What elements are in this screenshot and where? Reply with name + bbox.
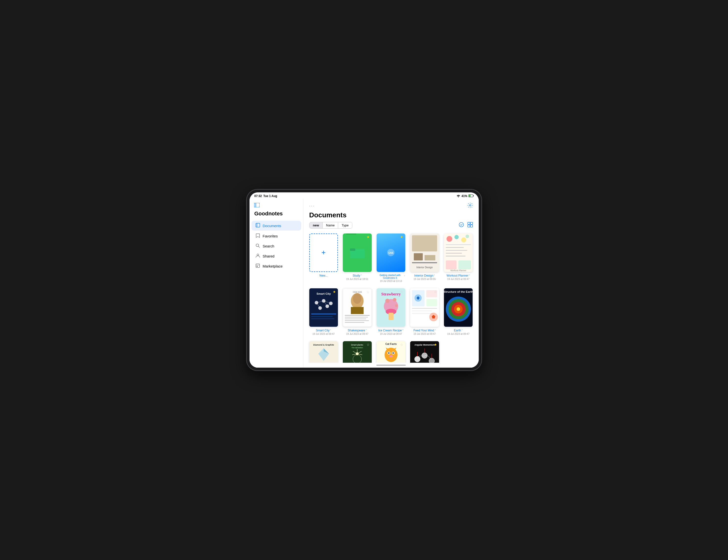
feed-your-mind-chevron: ˅ [435, 329, 436, 332]
svg-rect-42 [458, 261, 471, 270]
svg-point-48 [329, 301, 333, 305]
svg-text:Workout Planner: Workout Planner [450, 269, 466, 272]
smart-city-item[interactable]: ★ Smart City [309, 288, 338, 335]
feed-your-mind-label: Feed Your Mind [414, 329, 434, 332]
sidebar-item-shared[interactable]: Shared [251, 252, 301, 261]
sort-name-button[interactable]: Name [323, 222, 338, 228]
select-button[interactable] [459, 222, 464, 229]
sort-right-icons [459, 222, 473, 229]
study-date: 19 Jul 2023 at 18:51 [346, 278, 369, 280]
study-folder-thumbnail: ★ [343, 234, 372, 272]
sidebar-top [250, 203, 303, 208]
svg-rect-63 [351, 307, 364, 314]
svg-rect-27 [414, 253, 423, 261]
svg-rect-37 [446, 247, 464, 248]
feed-your-mind-date: 19 Jul 2023 at 09:47 [414, 332, 436, 335]
diamond-graphite-thumbnail: Diamond & Graphite atoms [309, 341, 338, 363]
svg-point-133 [422, 353, 427, 358]
goodnotes-item[interactable]: ★ GN6 Getting started with Goodnotes 6 [377, 234, 406, 282]
cat-fun-facts-star: ☆ [400, 343, 403, 346]
interior-chevron: ˅ [434, 275, 435, 277]
angular-momentum-item[interactable]: ★ Angular Momentum [410, 341, 439, 363]
home-bar [376, 365, 406, 366]
svg-point-33 [454, 235, 459, 240]
study-star: ★ [367, 235, 370, 239]
svg-rect-82 [412, 308, 437, 308]
dandelion-star: ☆ [367, 343, 370, 346]
svg-rect-19 [468, 225, 470, 227]
earth-chevron: ˅ [462, 329, 463, 332]
goodnotes-chevron: ˅ [404, 276, 405, 278]
svg-rect-83 [412, 310, 432, 311]
ice-cream-recipe-item[interactable]: ☆ Strawberry [377, 288, 406, 335]
sidebar-item-search[interactable]: Search [251, 241, 301, 251]
svg-rect-67 [345, 320, 369, 321]
sidebar-item-marketplace[interactable]: Marketplace [251, 262, 301, 271]
search-icon [255, 244, 260, 249]
sort-date-button[interactable]: new [310, 222, 323, 228]
earth-label: Earth [454, 329, 461, 332]
diamond-graphite-item[interactable]: Diamond & Graphite atoms [309, 341, 338, 363]
app-title: Goodnotes [250, 211, 303, 221]
angular-momentum-star: ★ [434, 343, 437, 346]
interior-design-thumbnail: Interior Design [410, 234, 439, 272]
status-right: 41% [456, 194, 474, 198]
svg-rect-1 [469, 195, 471, 197]
home-indicator [303, 363, 479, 368]
svg-text:Angular Momentum: Angular Momentum [415, 343, 435, 346]
svg-point-62 [353, 293, 362, 304]
interior-design-label: Interior Design [414, 274, 433, 277]
svg-point-16 [459, 223, 464, 227]
svg-point-34 [461, 238, 466, 243]
ice-cream-chevron: ˅ [402, 329, 404, 332]
study-folder-item[interactable]: ★ Study ˅ 19 Jul 2023 at 18:51 [343, 234, 372, 282]
svg-rect-26 [412, 235, 437, 252]
svg-point-32 [446, 236, 452, 242]
svg-rect-4 [254, 203, 256, 207]
marketplace-icon [255, 264, 260, 269]
svg-point-134 [429, 358, 435, 363]
shakespeare-date: 19 Jul 2023 at 09:47 [346, 332, 369, 335]
sidebar-toggle-button[interactable] [253, 203, 260, 208]
svg-point-121 [388, 352, 390, 354]
svg-rect-39 [446, 253, 462, 254]
document-grid: + New... [303, 232, 479, 363]
sort-bar: new Name Type [303, 222, 479, 232]
interior-design-item[interactable]: Interior Design Interior Design ˅ 19 Jul… [410, 234, 439, 282]
sidebar-item-documents[interactable]: Documents [251, 221, 301, 231]
new-document-item[interactable]: + New... [309, 234, 338, 282]
smart-city-thumbnail: ★ Smart City [309, 288, 338, 327]
date: Tue 1 Aug [263, 194, 277, 198]
ice-cream-recipe-date: 19 Jul 2023 at 09:47 [380, 332, 402, 335]
svg-rect-38 [446, 250, 467, 251]
battery-icon [468, 194, 474, 198]
status-left: 07:32 Tue 1 Aug [254, 194, 277, 198]
shared-label: Shared [263, 254, 274, 258]
grid-view-button[interactable] [467, 222, 473, 229]
svg-rect-36 [446, 244, 471, 245]
svg-text:Interior Design: Interior Design [417, 266, 433, 269]
earth-item[interactable]: Structure of the Earth Earth [444, 288, 473, 335]
shared-icon [255, 254, 260, 259]
svg-point-122 [392, 352, 394, 354]
sort-type-button[interactable]: Type [338, 222, 352, 228]
earth-thumbnail: Structure of the Earth [444, 288, 473, 327]
svg-point-15 [469, 205, 471, 206]
feed-your-mind-item[interactable]: ☆ [410, 288, 439, 335]
device-screen: 07:32 Tue 1 Aug 41% [250, 192, 479, 368]
header-right [467, 203, 473, 209]
cat-fun-facts-item[interactable]: ☆ Cat Facts [377, 341, 406, 363]
shakespeare-item[interactable]: ☆ 1564-1616 [343, 288, 372, 335]
battery-percent: 41% [461, 194, 467, 198]
svg-rect-28 [425, 255, 435, 261]
svg-rect-20 [470, 225, 473, 227]
workout-planner-item[interactable]: Workout Planner Workout Planner ˅ 19 Jul… [444, 234, 473, 282]
dandelion-seeds-item[interactable]: ☆ Smart plants: The dandelion [343, 341, 372, 363]
sidebar-item-favorites[interactable]: Favorites [251, 231, 301, 241]
settings-icon[interactable] [467, 203, 473, 209]
svg-point-74 [385, 298, 390, 303]
svg-point-118 [384, 347, 397, 362]
smart-city-star: ★ [333, 290, 336, 294]
sidebar-nav: Documents Favorites Search [250, 221, 303, 271]
svg-rect-12 [256, 264, 260, 268]
